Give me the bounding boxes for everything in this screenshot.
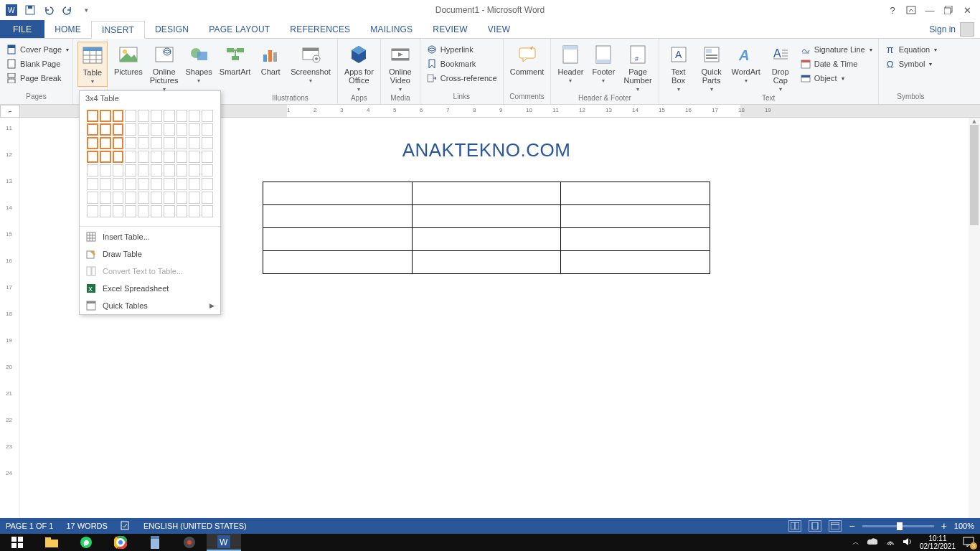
cover-page-button[interactable]: Cover Page▾ <box>4 43 70 56</box>
grid-cell[interactable] <box>151 137 162 149</box>
grid-cell[interactable] <box>87 164 98 176</box>
grid-cell[interactable] <box>189 151 200 163</box>
tray-overflow-button[interactable]: ︿ <box>852 537 859 547</box>
tab-design[interactable]: DESIGN <box>145 20 199 38</box>
table-cell[interactable] <box>263 205 413 228</box>
grid-cell[interactable] <box>113 192 124 204</box>
tab-file[interactable]: FILE <box>0 20 44 38</box>
tray-onedrive-icon[interactable] <box>867 537 878 547</box>
grid-cell[interactable] <box>176 178 188 190</box>
grid-cell[interactable] <box>100 178 111 190</box>
table-cell[interactable] <box>412 205 561 228</box>
grid-cell[interactable] <box>113 178 124 190</box>
grid-cell[interactable] <box>100 123 111 136</box>
table-cell[interactable] <box>561 228 710 251</box>
tab-page-layout[interactable]: PAGE LAYOUT <box>199 20 280 38</box>
grid-cell[interactable] <box>189 123 200 136</box>
tab-references[interactable]: REFERENCES <box>280 20 360 38</box>
grid-cell[interactable] <box>164 151 175 163</box>
table-cell[interactable] <box>412 228 561 251</box>
grid-cell[interactable] <box>125 164 136 176</box>
grid-cell[interactable] <box>138 137 149 149</box>
grid-cell[interactable] <box>202 151 213 163</box>
draw-table-menu[interactable]: Draw Table <box>80 245 220 263</box>
grid-cell[interactable] <box>125 205 136 217</box>
grid-cell[interactable] <box>100 205 111 217</box>
date-time-button[interactable]: Date & Time <box>798 57 874 70</box>
grid-cell[interactable] <box>151 205 162 217</box>
grid-cell[interactable] <box>151 123 162 136</box>
grid-cell[interactable] <box>87 151 98 163</box>
vertical-ruler[interactable]: 1112131415161718192021222324 <box>0 118 20 534</box>
grid-cell[interactable] <box>100 151 111 163</box>
grid-cell[interactable] <box>202 137 213 149</box>
grid-cell[interactable] <box>189 192 200 204</box>
text-box-button[interactable]: AText Box <box>664 42 694 94</box>
grid-cell[interactable] <box>100 192 111 204</box>
comment-button[interactable]: Comment <box>508 42 547 77</box>
grid-cell[interactable] <box>100 137 111 149</box>
taskbar-whatsapp[interactable] <box>69 534 103 551</box>
grid-cell[interactable] <box>125 151 136 163</box>
tab-home[interactable]: HOME <box>44 20 91 38</box>
tab-mailings[interactable]: MAILINGS <box>360 20 423 38</box>
grid-cell[interactable] <box>138 192 149 204</box>
grid-cell[interactable] <box>189 178 200 190</box>
grid-cell[interactable] <box>202 110 213 122</box>
grid-cell[interactable] <box>138 164 149 176</box>
bookmark-button[interactable]: Bookmark <box>425 57 499 70</box>
grid-cell[interactable] <box>87 123 98 136</box>
grid-cell[interactable] <box>164 110 175 122</box>
table-cell[interactable] <box>263 182 413 205</box>
grid-cell[interactable] <box>164 137 175 149</box>
page-number-button[interactable]: #Page Number <box>621 42 654 94</box>
page-break-button[interactable]: Page Break <box>4 72 70 85</box>
tray-action-center[interactable]: 3 <box>963 537 974 548</box>
start-button[interactable] <box>0 534 34 551</box>
grid-cell[interactable] <box>151 192 162 204</box>
grid-cell[interactable] <box>125 178 136 190</box>
table-grid-picker[interactable] <box>80 105 220 225</box>
grid-cell[interactable] <box>176 164 188 176</box>
grid-cell[interactable] <box>176 123 188 136</box>
grid-cell[interactable] <box>151 164 162 176</box>
grid-cell[interactable] <box>202 164 213 176</box>
grid-cell[interactable] <box>87 192 98 204</box>
grid-cell[interactable] <box>164 123 175 136</box>
grid-cell[interactable] <box>125 137 136 149</box>
grid-cell[interactable] <box>176 192 188 204</box>
grid-cell[interactable] <box>202 123 213 136</box>
taskbar-explorer[interactable] <box>34 534 69 551</box>
grid-cell[interactable] <box>113 137 124 149</box>
hyperlink-button[interactable]: Hyperlink <box>425 43 499 56</box>
taskbar-chrome[interactable] <box>103 534 138 551</box>
grid-cell[interactable] <box>189 110 200 122</box>
view-read-button[interactable] <box>788 520 801 532</box>
table-cell[interactable] <box>263 228 413 251</box>
signature-line-button[interactable]: Signature Line▾ <box>798 43 874 56</box>
grid-cell[interactable] <box>189 137 200 149</box>
grid-cell[interactable] <box>138 205 149 217</box>
grid-cell[interactable] <box>189 164 200 176</box>
footer-button[interactable]: Footer <box>588 42 618 85</box>
minimize-button[interactable]: — <box>921 3 938 17</box>
grid-cell[interactable] <box>164 205 175 217</box>
ribbon-display-button[interactable] <box>903 3 920 17</box>
grid-cell[interactable] <box>87 178 98 190</box>
table-cell[interactable] <box>561 182 710 205</box>
zoom-out-button[interactable]: − <box>849 520 854 532</box>
screenshot-button[interactable]: Screenshot <box>288 42 333 85</box>
blank-page-button[interactable]: Blank Page <box>4 57 70 70</box>
header-button[interactable]: Header <box>555 42 585 85</box>
grid-cell[interactable] <box>189 205 200 217</box>
tab-view[interactable]: VIEW <box>478 20 520 38</box>
online-video-button[interactable]: Online Video <box>385 42 415 94</box>
undo-button[interactable] <box>40 1 57 19</box>
grid-cell[interactable] <box>164 164 175 176</box>
grid-cell[interactable] <box>100 164 111 176</box>
status-proof-icon[interactable] <box>121 520 131 532</box>
scroll-thumb[interactable] <box>970 125 979 225</box>
table-cell[interactable] <box>412 182 561 205</box>
chart-button[interactable]: Chart <box>255 42 286 77</box>
grid-cell[interactable] <box>113 164 124 176</box>
